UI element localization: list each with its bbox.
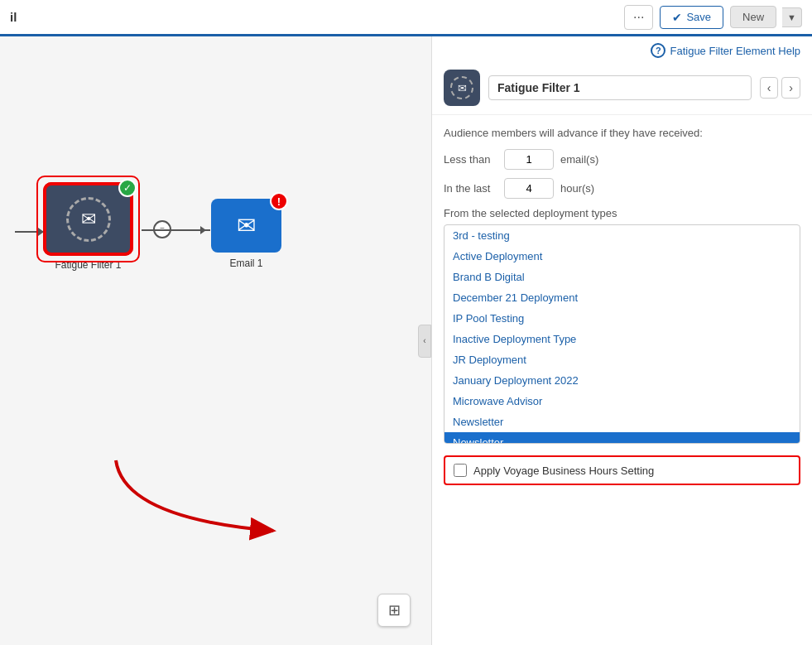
fatigue-filter-icon: ✉ xyxy=(66,197,111,242)
email-node-box[interactable]: ✉ ! xyxy=(211,199,281,253)
help-icon: ? xyxy=(651,43,665,58)
annotation-arrow xyxy=(108,452,290,546)
toolbar-actions: ··· ✔ Save New ▼ xyxy=(624,5,802,30)
apply-business-hours-row: Apply Voyage Business Hours Setting xyxy=(444,455,800,485)
save-button[interactable]: ✔ Save xyxy=(660,6,723,29)
panel-body: Audience members will advance if they ha… xyxy=(432,115,812,645)
in-last-row: In the last hour(s) xyxy=(444,178,800,199)
less-than-input[interactable] xyxy=(504,149,554,170)
deployment-list[interactable]: 3rd - testingActive DeploymentBrand B Di… xyxy=(444,224,800,444)
list-item[interactable]: Active Deployment xyxy=(444,246,800,267)
main-layout: ✉ ✓ Fatigue Filter 1 = ✉ ! Email 1 xyxy=(0,36,812,645)
list-item[interactable]: IP Pool Testing xyxy=(444,308,800,329)
new-split-button[interactable]: ▼ xyxy=(782,7,802,27)
next-element-button[interactable]: › xyxy=(781,77,800,99)
email-node-label: Email 1 xyxy=(229,258,262,269)
apply-business-hours-label[interactable]: Apply Voyage Business Hours Setting xyxy=(473,464,654,477)
email-envelope-icon: ✉ xyxy=(237,212,256,239)
less-than-label: Less than xyxy=(444,153,497,166)
list-item[interactable]: Brand B Digital xyxy=(444,267,800,287)
element-clock-ring-icon: ✉ xyxy=(450,76,473,99)
list-item[interactable]: JR Deployment xyxy=(444,349,800,370)
help-link[interactable]: ? Fatigue Filter Element Help xyxy=(432,36,812,65)
list-item[interactable]: Newsletter xyxy=(444,432,800,444)
nav-arrows: ‹ › xyxy=(760,77,800,99)
page-title: il xyxy=(10,10,17,24)
envelope-icon: ✉ xyxy=(81,209,96,230)
save-check-icon: ✔ xyxy=(672,11,682,24)
list-item[interactable]: Newsletter xyxy=(444,412,800,432)
fatigue-filter-node[interactable]: ✉ ✓ Fatigue Filter 1 xyxy=(45,184,132,271)
apply-business-hours-checkbox[interactable] xyxy=(454,464,467,477)
audience-description: Audience members will advance if they ha… xyxy=(444,127,800,139)
canvas[interactable]: ✉ ✓ Fatigue Filter 1 = ✉ ! Email 1 xyxy=(0,36,431,645)
element-header: ✉ ‹ › xyxy=(432,65,812,115)
list-item[interactable]: December 21 Deployment xyxy=(444,287,800,308)
panel-collapse-toggle[interactable]: ‹ xyxy=(418,325,431,358)
list-item[interactable]: 3rd - testing xyxy=(444,225,800,246)
connector-right-arrow xyxy=(173,229,210,231)
more-options-button[interactable]: ··· xyxy=(624,5,653,30)
top-bar: il ··· ✔ Save New ▼ xyxy=(0,0,812,36)
fatigue-filter-box[interactable]: ✉ ✓ xyxy=(45,184,132,254)
node-check-icon: ✓ xyxy=(118,179,137,197)
from-label: From the selected deployment types xyxy=(444,207,800,219)
prev-element-button[interactable]: ‹ xyxy=(760,77,779,99)
in-last-input[interactable] xyxy=(504,178,554,199)
element-icon: ✉ xyxy=(444,70,480,106)
clock-ring-icon: ✉ xyxy=(66,197,111,242)
node-error-icon: ! xyxy=(270,192,288,210)
in-last-label: In the last xyxy=(444,182,497,195)
layers-button[interactable]: ⊞ xyxy=(377,594,411,627)
in-last-unit: hour(s) xyxy=(560,182,594,195)
less-than-row: Less than email(s) xyxy=(444,149,800,170)
right-panel: ? Fatigue Filter Element Help ✉ ‹ › Audi… xyxy=(431,36,812,645)
new-button[interactable]: New xyxy=(730,6,776,28)
list-item[interactable]: January Deployment 2022 xyxy=(444,370,800,391)
email-node[interactable]: ✉ ! Email 1 xyxy=(211,199,281,269)
element-envelope-icon: ✉ xyxy=(458,82,467,94)
list-item[interactable]: Microwave Advisor xyxy=(444,391,800,412)
less-than-unit: email(s) xyxy=(560,153,598,166)
element-name-input[interactable] xyxy=(488,75,752,100)
list-item[interactable]: Inactive Deployment Type xyxy=(444,329,800,349)
